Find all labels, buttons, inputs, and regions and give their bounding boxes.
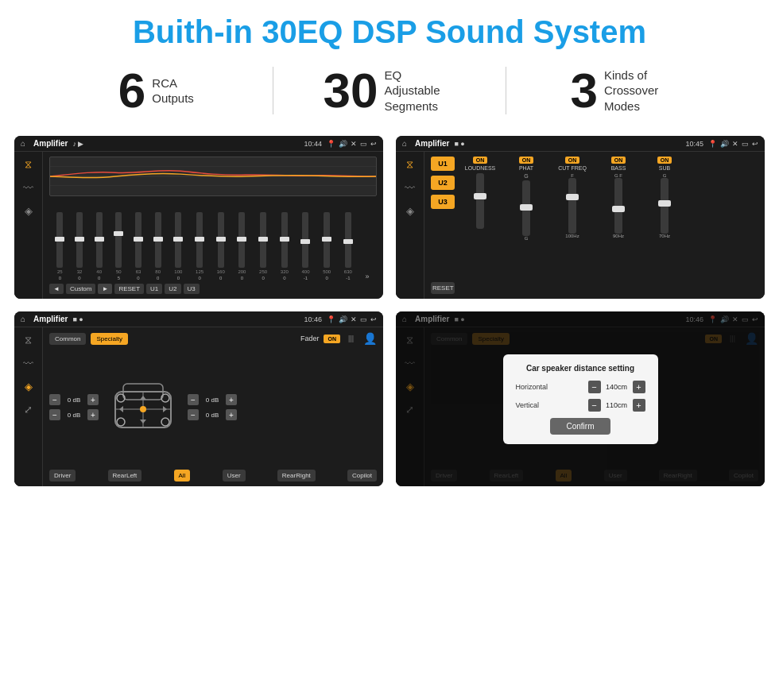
crossover-main-area: U1 U2 U3 RESET ON LOUDNESS	[424, 152, 765, 299]
eq-slider-80: 80 0	[155, 212, 161, 280]
eq-play-btn[interactable]: ►	[98, 284, 112, 294]
c-x-icon: ✕	[732, 140, 738, 148]
f-filter-icon[interactable]: ⧖	[25, 334, 32, 346]
fader-status-bar: ⌂ Amplifier ■ ● 10:46 📍 🔊 ✕ ▭ ↩	[14, 311, 383, 327]
specialty-tab[interactable]: Specialty	[91, 333, 127, 345]
copilot-btn[interactable]: Copilot	[347, 470, 377, 481]
cutfreq-hz: 100Hz	[565, 234, 579, 238]
fl-plus-btn[interactable]: +	[87, 394, 99, 405]
loudness-control: ON LOUDNESS	[459, 157, 501, 294]
rl-plus-btn[interactable]: +	[87, 409, 99, 420]
phat-on-badge[interactable]: ON	[519, 157, 534, 164]
eq-more-icon[interactable]: »	[366, 273, 370, 280]
crossover-time: 10:45	[685, 140, 703, 148]
u2-button[interactable]: U2	[431, 176, 455, 190]
svg-point-9	[117, 418, 125, 426]
f-rect-icon: ▭	[360, 315, 367, 323]
phat-slider[interactable]	[522, 180, 530, 236]
crossover-status-icons: 📍 🔊 ✕ ▭ ↩	[708, 140, 758, 148]
svg-point-10	[161, 418, 169, 426]
c-loc-icon: 📍	[708, 140, 717, 148]
crossover-reset-btn[interactable]: RESET	[431, 282, 455, 294]
eq-vol-icon: 🔊	[339, 140, 347, 148]
f-x-icon: ✕	[351, 315, 357, 323]
stat-crossover: 3 Kinds ofCrossover Modes	[514, 66, 731, 115]
cutfreq-slider[interactable]	[568, 178, 576, 234]
f-expand-icon[interactable]: ⤢	[24, 404, 33, 416]
all-btn[interactable]: All	[174, 470, 191, 481]
eq-custom-btn[interactable]: Custom	[66, 284, 96, 294]
eq-slider-32: 32 0	[76, 212, 83, 280]
eq-u2-btn[interactable]: U2	[165, 284, 180, 294]
c-filter-icon[interactable]: ⧖	[406, 158, 413, 171]
eq-reset-btn[interactable]: RESET	[114, 284, 144, 294]
f-speaker-icon[interactable]: ◈	[25, 381, 33, 393]
eq-u3-btn[interactable]: U3	[184, 284, 200, 294]
eq-graph	[49, 157, 377, 196]
u1-button[interactable]: U1	[431, 157, 455, 171]
stat-number-eq: 30	[324, 66, 378, 115]
vertical-plus-btn[interactable]: +	[633, 399, 645, 412]
cutfreq-label: CUT FREQ	[558, 165, 587, 171]
loudness-on-badge[interactable]: ON	[473, 157, 488, 164]
fr-db-value: 0 dB	[201, 396, 223, 404]
driver-btn[interactable]: Driver	[49, 470, 76, 481]
eq-slider-63: 63 0	[135, 212, 141, 280]
rearright-btn[interactable]: RearRight	[277, 470, 316, 481]
vertical-value: 110cm	[604, 401, 630, 409]
eq-music-icon: ♪ ▶	[72, 140, 83, 148]
fl-db-control: − 0 dB +	[49, 394, 99, 405]
loudness-slider[interactable]	[476, 173, 484, 229]
eq-filter-icon[interactable]: ⧖	[25, 158, 32, 171]
bass-on-badge[interactable]: ON	[611, 157, 626, 164]
fr-minus-btn[interactable]: −	[188, 394, 199, 405]
eq-speaker-icon[interactable]: ◈	[25, 205, 33, 217]
eq-slider-200: 200 0	[238, 212, 246, 280]
stat-label-eq: EQ AdjustableSegments	[384, 68, 455, 114]
common-tab[interactable]: Common	[49, 333, 86, 345]
vertical-minus-btn[interactable]: −	[588, 399, 601, 412]
page-title: Buith-in 30EQ DSP Sound System	[0, 0, 779, 58]
bass-slider[interactable]	[614, 178, 622, 234]
sub-on-badge[interactable]: ON	[657, 157, 672, 164]
vertical-label: Vertical	[516, 401, 540, 409]
rl-minus-btn[interactable]: −	[49, 409, 60, 420]
cutfreq-on-badge[interactable]: ON	[565, 157, 580, 164]
eq-u1-btn[interactable]: U1	[146, 284, 162, 294]
eq-status-icons: 📍 🔊 ✕ ▭ ↩	[327, 140, 377, 148]
c-wave-icon[interactable]: 〰	[405, 182, 415, 194]
crossover-screen-card: ⌂ Amplifier ■ ● 10:45 📍 🔊 ✕ ▭ ↩ ⧖ 〰 ◈ U1…	[396, 136, 765, 299]
horizontal-plus-btn[interactable]: +	[633, 381, 645, 393]
phat-g-label: G	[524, 173, 528, 179]
horizontal-minus-btn[interactable]: −	[588, 381, 601, 393]
stat-divider-2	[506, 67, 506, 114]
dialog-title: Car speaker distance setting	[516, 364, 645, 373]
horizontal-row: Horizontal − 140cm +	[516, 381, 645, 393]
vertical-row: Vertical − 110cm +	[516, 399, 645, 412]
rr-minus-btn[interactable]: −	[188, 409, 199, 420]
eq-prev-btn[interactable]: ◄	[49, 284, 64, 294]
eq-slider-630: 630 -1	[344, 212, 352, 280]
fader-on-btn[interactable]: ON	[324, 335, 340, 343]
stat-eq: 30 EQ AdjustableSegments	[281, 66, 498, 115]
rearleft-btn[interactable]: RearLeft	[108, 470, 142, 481]
confirm-button[interactable]: Confirm	[550, 418, 610, 435]
eq-slider-125: 125 0	[196, 212, 203, 280]
eq-wave-icon[interactable]: 〰	[23, 182, 33, 194]
fl-minus-btn[interactable]: −	[49, 394, 60, 405]
eq-slider-160: 160 0	[217, 212, 225, 280]
f-wave-icon[interactable]: 〰	[23, 358, 33, 369]
fr-plus-btn[interactable]: +	[226, 394, 237, 405]
eq-slider-40: 40 0	[96, 212, 103, 280]
phat-control: ON PHAT G G	[506, 157, 547, 294]
sub-slider[interactable]	[661, 178, 669, 234]
eq-slider-500: 500 0	[323, 212, 331, 280]
eq-app-name: Amplifier	[33, 139, 68, 148]
user-btn[interactable]: User	[223, 470, 246, 481]
u3-button[interactable]: U3	[431, 195, 455, 209]
rr-plus-btn[interactable]: +	[226, 409, 237, 420]
crossover-app-name: Amplifier	[415, 139, 449, 148]
speaker-layout: − 0 dB + − 0 dB +	[49, 349, 377, 466]
c-speaker-icon[interactable]: ◈	[406, 205, 414, 217]
fader-bottom-buttons: Driver RearLeft All User RearRight Copil…	[49, 470, 377, 481]
